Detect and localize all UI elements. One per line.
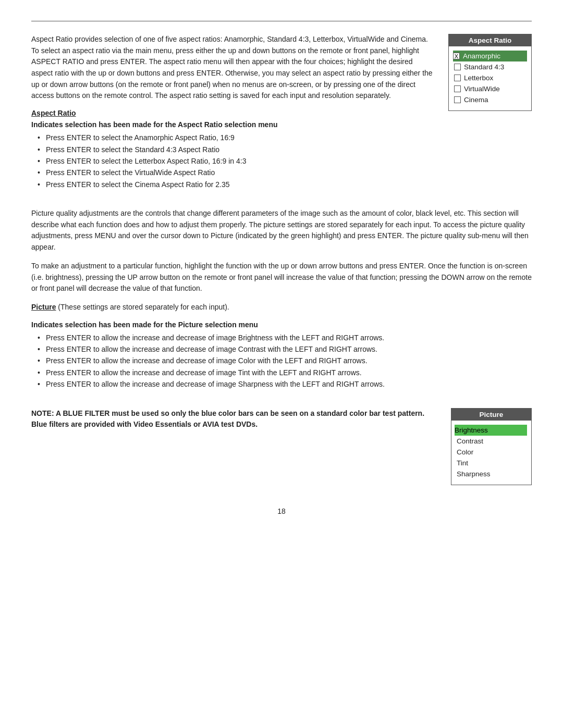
picture-box-title: Picture — [451, 409, 531, 421]
top-divider — [31, 21, 532, 21]
picture-box-item-4: Sharpness — [457, 468, 525, 479]
note-section: Picture BrightnessContrastColorTintSharp… — [31, 408, 532, 491]
aspect-ratio-item-1: Standard 4:3 — [454, 61, 525, 72]
page-number: 18 — [31, 507, 532, 515]
aspect-ratio-bullets: Press ENTER to select the Anamorphic Asp… — [31, 132, 532, 190]
checkbox-2 — [454, 75, 461, 81]
picture-underline: Picture — [31, 303, 56, 311]
aspect-ratio-item-label-3: VirtualWide — [464, 85, 500, 93]
aspect-ratio-item-label-1: Standard 4:3 — [464, 63, 504, 71]
aspect-ratio-bullet-4: Press ENTER to select the Cinema Aspect … — [38, 179, 532, 190]
picture-bullet-1: Press ENTER to allow the increase and de… — [38, 343, 532, 355]
picture-box: Picture BrightnessContrastColorTintSharp… — [451, 408, 532, 485]
picture-bold-line: Indicates selection has been made for th… — [31, 320, 532, 329]
aspect-ratio-bold-line: Indicates selection has been made for th… — [31, 120, 532, 129]
aspect-ratio-section: Aspect Ratio XAnamorphicStandard 4:3Lett… — [31, 34, 532, 195]
picture-para1: Picture quality adjustments are the cont… — [31, 208, 532, 253]
picture-bullet-2: Press ENTER to allow the increase and de… — [38, 355, 532, 366]
aspect-ratio-item-label-4: Cinema — [464, 96, 488, 104]
aspect-ratio-item-0: XAnamorphic — [453, 51, 527, 61]
aspect-ratio-item-label-2: Letterbox — [464, 74, 493, 82]
picture-box-item-3: Tint — [457, 458, 525, 468]
picture-bullet-0: Press ENTER to allow the increase and de… — [38, 332, 532, 343]
picture-bullet-3: Press ENTER to allow the increase and de… — [38, 367, 532, 378]
picture-section: Picture quality adjustments are the cont… — [31, 208, 532, 395]
picture-bullets: Press ENTER to allow the increase and de… — [31, 332, 532, 390]
aspect-ratio-bullet-2: Press ENTER to select the Letterbox Aspe… — [38, 155, 532, 167]
picture-box-item-2: Color — [457, 447, 525, 458]
picture-box-item-0: Brightness — [455, 425, 527, 436]
main-content: Aspect Ratio XAnamorphicStandard 4:3Lett… — [31, 34, 532, 491]
aspect-ratio-item-label-0: Anamorphic — [463, 52, 500, 60]
picture-line-para: Picture (These settings are stored separ… — [31, 302, 532, 313]
aspect-ratio-box-title: Aspect Ratio — [449, 34, 531, 46]
picture-suffix: (These settings are stored separately fo… — [56, 303, 229, 311]
checkbox-1 — [454, 64, 461, 70]
picture-box-item-1: Contrast — [457, 436, 525, 447]
aspect-ratio-bullet-1: Press ENTER to select the Standard 4:3 A… — [38, 144, 532, 155]
aspect-ratio-box: Aspect Ratio XAnamorphicStandard 4:3Lett… — [448, 34, 532, 111]
aspect-ratio-bullet-0: Press ENTER to select the Anamorphic Asp… — [38, 132, 532, 143]
picture-box-body: BrightnessContrastColorTintSharpness — [451, 421, 531, 485]
checkbox-4 — [454, 96, 461, 103]
aspect-ratio-item-2: Letterbox — [454, 72, 525, 83]
aspect-ratio-item-3: VirtualWide — [454, 83, 525, 94]
checkbox-0: X — [453, 53, 460, 59]
aspect-ratio-box-body: XAnamorphicStandard 4:3LetterboxVirtualW… — [449, 46, 531, 110]
aspect-ratio-bullet-3: Press ENTER to select the VirtualWide As… — [38, 167, 532, 178]
picture-bullet-4: Press ENTER to allow the increase and de… — [38, 378, 532, 390]
checkbox-3 — [454, 85, 461, 92]
picture-para2: To make an adjustment to a particular fu… — [31, 261, 532, 294]
aspect-ratio-item-4: Cinema — [454, 94, 525, 105]
